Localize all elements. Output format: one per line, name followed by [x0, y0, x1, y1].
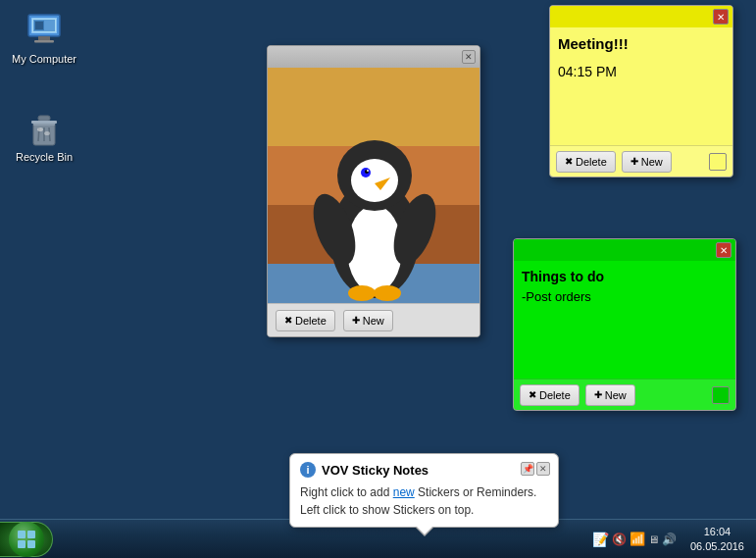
green-note-content: Things to do -Post orders	[514, 261, 735, 379]
windows-logo	[16, 529, 37, 550]
clock-date: 06.05.2016	[690, 539, 744, 553]
svg-rect-10	[38, 116, 50, 121]
green-note-line1: Things to do	[522, 267, 728, 287]
penguin-footer: ✖ Delete ✚ New	[268, 303, 479, 336]
green-sticky-note: ✕ Things to do -Post orders ✖ Delete ✚ N…	[513, 238, 736, 411]
info-icon: i	[300, 462, 316, 478]
tooltip-title-row: i VOV Sticky Notes	[300, 462, 548, 478]
svg-rect-2	[38, 36, 50, 40]
green-new-button[interactable]: ✚ New	[585, 384, 635, 406]
svg-rect-11	[31, 121, 57, 124]
penguin-new-button[interactable]: ✚ New	[343, 310, 393, 331]
svg-rect-36	[18, 540, 25, 548]
yellow-note-line2: 04:15 PM	[558, 62, 725, 82]
system-tray: 📝 🔇 📶 🖥 🔊	[588, 520, 680, 558]
yellow-note-line1: Meeting!!!	[558, 33, 725, 56]
monitor-icon[interactable]: 🖥	[648, 533, 659, 545]
green-new-label: New	[605, 389, 627, 401]
my-computer-label: My Computer	[12, 53, 76, 66]
yellow-new-label: New	[641, 156, 663, 168]
svg-point-28	[367, 170, 369, 172]
svg-rect-37	[27, 540, 35, 548]
new-icon-y: ✚	[630, 156, 638, 167]
tooltip-close-area: 📌 ✕	[521, 462, 550, 476]
svg-point-33	[374, 285, 401, 301]
new-icon-g: ✚	[594, 389, 602, 400]
green-color-swatch[interactable]	[712, 386, 730, 404]
tooltip-line1-post: Stickers or Reminders.	[415, 485, 537, 499]
tooltip-line2: Left click to show Stickers on top.	[300, 503, 474, 517]
yellow-delete-button[interactable]: ✖ Delete	[556, 151, 616, 173]
yellow-note-footer: ✖ Delete ✚ New	[550, 145, 732, 177]
vov-tooltip: i VOV Sticky Notes 📌 ✕ Right click to ad…	[289, 453, 559, 528]
svg-point-24	[351, 159, 398, 202]
penguin-close-button[interactable]: ✕	[462, 50, 476, 64]
yellow-new-button[interactable]: ✚ New	[622, 151, 672, 173]
delete-icon: ✖	[284, 315, 292, 326]
yellow-note-content: Meeting!!! 04:15 PM	[550, 27, 732, 145]
svg-point-22	[347, 205, 402, 293]
penguin-svg	[268, 68, 480, 303]
green-delete-button[interactable]: ✖ Delete	[520, 384, 580, 406]
svg-point-15	[37, 127, 43, 131]
speaker-mute-icon[interactable]: 🔇	[612, 533, 627, 546]
penguin-delete-button[interactable]: ✖ Delete	[276, 310, 335, 331]
tooltip-line1-pre: Right click to add	[300, 485, 393, 499]
yellow-delete-label: Delete	[576, 156, 607, 168]
recycle-bin-icon[interactable]: Recycle Bin	[10, 108, 78, 164]
yellow-note-header[interactable]: ✕	[550, 6, 732, 27]
network-icon[interactable]: 📶	[630, 532, 645, 546]
yellow-note-close[interactable]: ✕	[713, 9, 729, 25]
delete-icon-y: ✖	[565, 156, 573, 167]
svg-rect-3	[34, 40, 54, 43]
svg-point-16	[44, 131, 50, 135]
green-note-footer: ✖ Delete ✚ New	[514, 379, 735, 410]
penguin-window: ✕	[267, 45, 480, 337]
yellow-sticky-note: ✕ Meeting!!! 04:15 PM ✖ Delete ✚ New	[549, 5, 733, 178]
tooltip-new-link[interactable]: new	[393, 485, 415, 499]
svg-rect-34	[18, 531, 25, 538]
svg-rect-35	[27, 531, 35, 538]
svg-rect-17	[268, 68, 480, 146]
green-note-header[interactable]: ✕	[514, 239, 735, 261]
new-icon: ✚	[352, 315, 360, 326]
svg-point-32	[348, 285, 376, 301]
tooltip-title-text: VOV Sticky Notes	[322, 463, 428, 478]
recycle-bin-svg	[25, 108, 64, 147]
penguin-header[interactable]: ✕	[268, 46, 479, 68]
tooltip-body: Right click to add new Stickers or Remin…	[300, 483, 548, 519]
tooltip-pin-button[interactable]: 📌	[521, 462, 534, 476]
delete-icon-g: ✖	[529, 389, 536, 400]
green-note-line2: -Post orders	[522, 287, 728, 307]
computer-svg	[25, 10, 64, 49]
green-note-close[interactable]: ✕	[716, 242, 731, 258]
my-computer-icon[interactable]: My Computer	[10, 10, 78, 66]
recycle-bin-label: Recycle Bin	[16, 151, 73, 164]
yellow-color-swatch[interactable]	[709, 153, 727, 171]
clock[interactable]: 16:04 06.05.2016	[684, 520, 750, 558]
tooltip-arrow	[417, 527, 432, 534]
delete-label: Delete	[295, 315, 327, 327]
clock-time: 16:04	[704, 525, 731, 538]
start-orb	[9, 522, 44, 557]
taskbar-right: 📝 🔇 📶 🖥 🔊 16:04 06.05.2016	[588, 520, 756, 558]
tooltip-close-button[interactable]: ✕	[536, 462, 550, 476]
new-label: New	[363, 315, 384, 327]
start-button[interactable]	[0, 522, 53, 557]
penguin-image	[268, 68, 480, 303]
svg-rect-7	[35, 22, 43, 29]
volume-icon[interactable]: 🔊	[662, 533, 677, 546]
sticky-tray-icon[interactable]: 📝	[592, 532, 609, 547]
green-delete-label: Delete	[539, 389, 571, 401]
